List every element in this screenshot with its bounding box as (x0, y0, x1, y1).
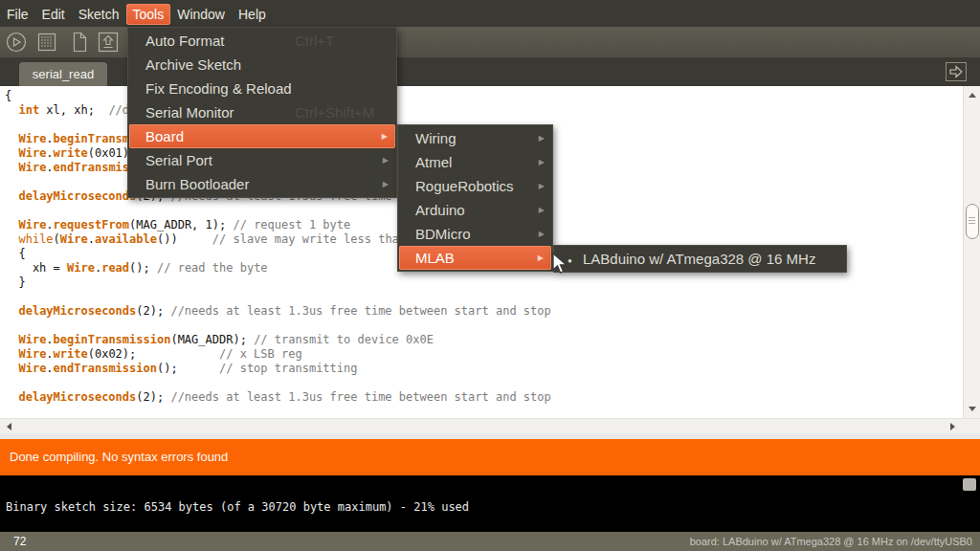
mlab-menu-item-labduino-w-atmega328-16-mhz[interactable]: ●LABduino w/ ATmega328 @ 16 MHz (554, 247, 846, 271)
menu-item-label: Serial Monitor (145, 104, 234, 121)
menu-edit[interactable]: Edit (35, 4, 72, 25)
menu-item-label: Arduino (415, 202, 465, 218)
verify-icon[interactable] (4, 30, 29, 55)
console-line: Binary sketch size: 6534 bytes (of a 307… (6, 500, 469, 514)
board-submenu: Wiring▶Atmel▶RogueRobotics▶Arduino▶BDMic… (397, 124, 553, 272)
board-menu-item-atmel[interactable]: Atmel▶ (398, 150, 552, 174)
tools-menu-item-burn-bootloader[interactable]: Burn Bootloader▶ (128, 172, 396, 196)
code-line: Wire.endTransmission(); // stop transmit… (5, 362, 963, 376)
tools-menu-item-serial-port[interactable]: Serial Port▶ (128, 148, 396, 172)
menu-item-label: Board (145, 128, 184, 144)
horizontal-scrollbar[interactable] (0, 418, 980, 433)
menu-bar: FileEditSketchToolsWindowHelp (0, 0, 980, 27)
menu-item-label: Burn Bootloader (145, 176, 249, 192)
menu-item-label: Archive Sketch (145, 56, 241, 73)
code-line: delayMicroseconds(2); //needs at least 1… (5, 390, 963, 405)
tools-menu: Auto FormatCtrl+TArchive SketchFix Encod… (127, 27, 397, 198)
vertical-scrollbar-thumb[interactable] (966, 204, 979, 239)
tools-menu-item-archive-sketch[interactable]: Archive Sketch (128, 53, 396, 77)
board-menu-item-wiring[interactable]: Wiring▶ (398, 126, 552, 150)
menu-item-label: RogueRobotics (415, 178, 514, 194)
status-bar: 72 board: LABduino w/ ATmega328 @ 16 MHz… (0, 532, 980, 551)
mouse-cursor-icon (551, 253, 570, 276)
console-scrollbar-thumb[interactable] (963, 478, 976, 491)
scroll-down-arrow-icon[interactable] (969, 407, 976, 411)
menu-shortcut: Ctrl+Shift+M (295, 100, 374, 124)
console-output: Binary sketch size: 6534 bytes (of a 307… (0, 475, 980, 532)
menu-item-label: Auto Format (145, 33, 225, 49)
submenu-arrow-icon: ▶ (539, 222, 545, 246)
menu-item-label: LABduino w/ ATmega328 @ 16 MHz (583, 251, 815, 267)
board-menu-item-bdmicro[interactable]: BDMicro▶ (398, 222, 552, 246)
vertical-scrollbar[interactable] (963, 86, 980, 418)
submenu-arrow-icon: ▶ (538, 246, 544, 270)
menu-item-label: Fix Encoding & Reload (145, 80, 292, 97)
code-line: } (5, 276, 963, 290)
submenu-arrow-icon: ▶ (383, 148, 389, 172)
menu-file[interactable]: File (0, 4, 35, 25)
tools-menu-item-auto-format[interactable]: Auto FormatCtrl+T (128, 29, 396, 53)
menu-window[interactable]: Window (170, 4, 232, 25)
board-menu-item-arduino[interactable]: Arduino▶ (398, 198, 552, 222)
menu-item-label: MLAB (415, 250, 455, 266)
new-sketch-icon[interactable] (67, 30, 92, 55)
menu-item-label: Atmel (415, 154, 452, 170)
open-sketch-icon[interactable] (96, 30, 121, 55)
menu-item-label: Wiring (415, 130, 457, 146)
submenu-arrow-icon: ▶ (383, 172, 389, 196)
thumb-grip (969, 217, 975, 225)
menu-shortcut: Ctrl+T (295, 29, 334, 53)
scroll-up-arrow-icon[interactable] (969, 93, 976, 98)
submenu-arrow-icon: ▶ (539, 126, 545, 150)
tools-menu-item-fix-encoding-reload[interactable]: Fix Encoding & Reload (128, 77, 396, 100)
submenu-arrow-icon: ▶ (539, 150, 545, 174)
code-line (5, 319, 963, 333)
tab-menu-button[interactable] (946, 62, 967, 81)
code-line: delayMicroseconds(2); //needs at least 1… (5, 304, 963, 319)
tools-menu-item-serial-monitor[interactable]: Serial MonitorCtrl+Shift+M (128, 100, 396, 124)
mlab-submenu: ●LABduino w/ ATmega328 @ 16 MHz (553, 245, 847, 273)
menu-tools[interactable]: Tools (126, 4, 171, 25)
menu-help[interactable]: Help (232, 4, 273, 25)
board-menu-item-mlab[interactable]: MLAB▶ (399, 246, 551, 270)
scroll-left-arrow-icon[interactable] (7, 423, 11, 430)
menu-item-label: BDMicro (415, 226, 471, 242)
scroll-right-arrow-icon[interactable] (950, 423, 955, 430)
code-line: Wire.beginTransmission(MAG_ADDR); // tra… (5, 333, 963, 347)
stop-icon[interactable] (34, 30, 59, 55)
submenu-arrow-icon: ▶ (539, 174, 545, 198)
code-line (5, 290, 963, 304)
tools-menu-item-board[interactable]: Board▶ (129, 124, 395, 148)
submenu-arrow-icon: ▶ (382, 124, 388, 148)
tab-serial-read[interactable]: serial_read (19, 62, 107, 86)
code-line: Wire.write(0x02); // x LSB reg (5, 347, 963, 362)
line-number: 72 (0, 535, 26, 548)
board-info: board: LABduino w/ ATmega328 @ 16 MHz on… (690, 532, 972, 551)
menu-item-label: Serial Port (145, 152, 212, 168)
compile-status-bar: Done compiling. No syntax errors found (0, 439, 980, 475)
arrow-right-icon (947, 63, 966, 80)
code-line (5, 376, 963, 390)
submenu-arrow-icon: ▶ (539, 198, 545, 222)
menu-sketch[interactable]: Sketch (72, 4, 126, 25)
board-menu-item-roguerobotics[interactable]: RogueRobotics▶ (398, 174, 552, 198)
